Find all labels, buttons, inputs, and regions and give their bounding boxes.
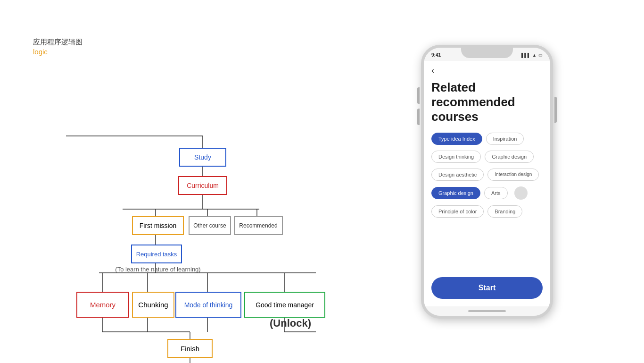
tag-interaction-design[interactable]: Interaction design (487, 169, 539, 181)
tags-row-5: Principle of color Branding (431, 205, 543, 218)
mode-thinking-box: Mode of thinking (175, 292, 241, 318)
study-box: Study (179, 148, 226, 167)
tag-branding[interactable]: Branding (487, 205, 522, 218)
subtitle-text: (To learn the nature of learning) (106, 266, 210, 273)
phone-heading: Related recommended courses (431, 80, 543, 125)
tag-type-idea-index[interactable]: Type idea Index (431, 133, 482, 145)
first-mission-box: First mission (132, 216, 184, 235)
tags-row-1: Type idea Index Inspiration (431, 133, 543, 145)
left-panel: 应用程序逻辑图 logic (0, 0, 330, 363)
home-indicator (468, 310, 506, 312)
tags-row-4: Graphic design Arts (431, 186, 543, 200)
chunking-box: Chunking (132, 292, 174, 318)
tag-graphic-design-2[interactable]: Graphic design (431, 187, 480, 199)
right-panel: 9:41 ▌▌▌ ▲ ▭ ‹ Related recommended cours… (330, 0, 644, 363)
recommended-box: Recommended (234, 216, 283, 235)
header-title: 应用程序逻辑图 (33, 38, 302, 47)
finish-line (167, 358, 213, 363)
phone-content: ‹ Related recommended courses Type idea … (424, 61, 550, 306)
status-icons: ▌▌▌ ▲ ▭ (521, 53, 543, 58)
volume-down-button (417, 109, 420, 125)
back-button[interactable]: ‹ (431, 66, 543, 76)
start-button[interactable]: Start (431, 277, 543, 299)
phone-screen: 9:41 ▌▌▌ ▲ ▭ ‹ Related recommended cours… (424, 48, 550, 316)
power-button (554, 97, 557, 123)
header-subtitle: logic (33, 48, 302, 56)
tag-graphic-design-1[interactable]: Graphic design (485, 151, 534, 163)
finish-box: Finish (167, 339, 213, 358)
phone-mockup: 9:41 ▌▌▌ ▲ ▭ ‹ Related recommended cours… (421, 45, 553, 319)
volume-up-button (417, 87, 420, 104)
phone-home-bar (424, 306, 550, 316)
memory-box: Memory (76, 292, 129, 318)
tags-row-2: Design thinking Graphic design (431, 151, 543, 163)
tag-design-aesthetic[interactable]: Design aesthetic (431, 169, 484, 181)
unlock-text: (Unlock) (270, 317, 311, 329)
good-time-manager-box: Good time manager (244, 292, 325, 318)
tag-inspiration[interactable]: Inspiration (486, 133, 524, 145)
flowchart: Study Curriculum First mission Other cou… (33, 75, 316, 358)
phone-notch (461, 48, 513, 58)
tag-design-thinking[interactable]: Design thinking (431, 151, 481, 163)
required-tasks-box: Required tasks (131, 245, 182, 263)
tag-arts[interactable]: Arts (484, 187, 508, 199)
tag-principle-color[interactable]: Principle of color (431, 205, 484, 218)
curriculum-box: Curriculum (178, 176, 227, 195)
spinner-circle (514, 186, 528, 200)
status-time: 9:41 (431, 52, 441, 58)
wifi-icon: ▲ (532, 53, 537, 58)
tags-row-3: Design aesthetic Interaction design (431, 169, 543, 181)
other-course-box: Other course (189, 216, 231, 235)
signal-icon: ▌▌▌ (521, 53, 530, 58)
battery-icon: ▭ (538, 53, 543, 58)
